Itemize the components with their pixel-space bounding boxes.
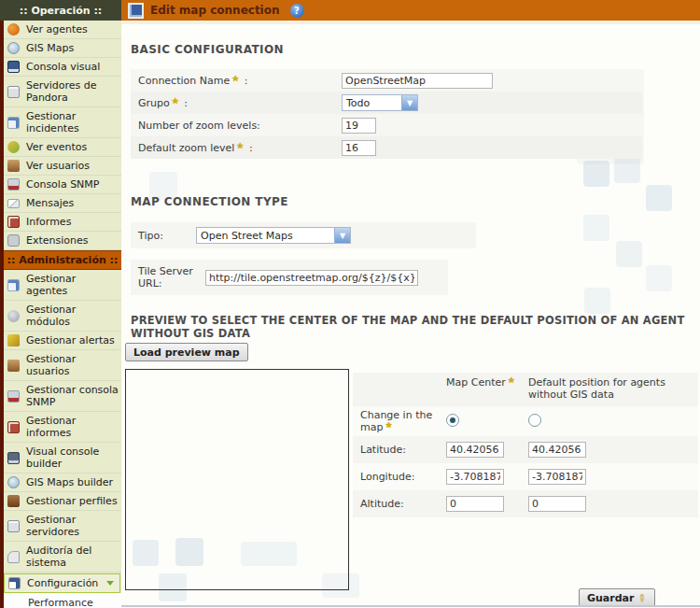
sidebar-subitem-performance[interactable]: Performance [4, 593, 121, 608]
sidebar-item-visual-console-builder[interactable]: Visual console builder [4, 443, 121, 474]
change-in-map-row: Change in the map [353, 406, 698, 436]
page-header-bar: Edit map connection [121, 0, 700, 21]
agents-icon [7, 23, 20, 35]
sidebar-item-servidores-pandora[interactable]: Servidores de Pandora [4, 77, 121, 107]
sidebar-item-gestionar-perfiles[interactable]: Gestionar perfiles [4, 492, 121, 511]
watermark-square [616, 241, 642, 267]
gis-builder-icon [7, 476, 20, 488]
sidebar: Ver agentes GIS Maps Consola visual Serv… [0, 21, 121, 608]
top-bar: :: Operación :: Edit map connection [0, 0, 700, 21]
manage-agents-icon [7, 279, 20, 291]
sidebar-item-gis-maps[interactable]: GIS Maps [4, 39, 121, 58]
manage-users-icon [7, 360, 20, 372]
required-star-icon [508, 375, 515, 385]
map-connection-type-title: MAP CONNECTION TYPE [131, 195, 288, 208]
operation-section-header: :: Operación :: [0, 0, 121, 21]
connection-name-row: Connection Name : [131, 69, 642, 92]
snmp-console-icon [7, 178, 20, 191]
tile-server-label: Tile Server URL: [138, 265, 198, 290]
sidebar-item-gestionar-agentes[interactable]: Gestionar agentes [4, 270, 121, 301]
pandora-servers-icon [7, 86, 20, 98]
altitude-default-input[interactable] [528, 496, 586, 512]
sidebar-item-gestionar-incidentes[interactable]: Gestionar incidentes [4, 107, 121, 138]
tipo-select[interactable]: Open Street Maps [196, 227, 351, 244]
sidebar-item-mensajes[interactable]: Mensajes [4, 194, 121, 213]
sidebar-item-consola-snmp[interactable]: Consola SNMP [4, 176, 121, 194]
default-position-header: Default position for agents without GIS … [528, 376, 698, 401]
sidebar-item-informes[interactable]: Informes [4, 213, 121, 232]
default-zoom-row: Default zoom level : [131, 136, 642, 159]
sidebar-item-auditoria[interactable]: Auditoría del sistema [4, 542, 121, 573]
map-preview-area[interactable] [125, 369, 349, 590]
manage-alerts-icon [7, 334, 20, 346]
sidebar-item-gestionar-modulos[interactable]: Gestionar módulos [4, 301, 121, 332]
altitude-row: Altitude: [353, 490, 698, 517]
required-star-icon [236, 141, 244, 150]
sidebar-item-gestionar-alertas[interactable]: Gestionar alertas [4, 332, 121, 350]
administration-section-header: :: Administración :: [4, 250, 121, 270]
default-zoom-input[interactable] [342, 140, 376, 156]
sidebar-item-configuracion[interactable]: Configuración [4, 573, 120, 593]
watermark-square [646, 265, 672, 291]
longitude-center-input[interactable] [446, 469, 504, 485]
watermark-square [614, 157, 640, 183]
visual-console-icon [7, 61, 20, 73]
audit-icon [7, 551, 20, 563]
map-center-radio[interactable] [446, 414, 459, 427]
sidebar-item-ver-agentes[interactable]: Ver agentes [4, 21, 121, 39]
grupo-label: Grupo : [138, 97, 342, 109]
required-star-icon [385, 420, 392, 430]
page-bottom-divider [121, 605, 700, 607]
connection-name-input[interactable] [342, 73, 493, 89]
sidebar-item-gestionar-informes[interactable]: Gestionar informes [4, 412, 121, 443]
longitude-default-input[interactable] [528, 469, 586, 485]
wand-icon [637, 593, 649, 601]
change-in-map-label: Change in the map [360, 409, 446, 434]
watermark-square [583, 161, 609, 187]
save-button[interactable]: Guardar [579, 588, 655, 607]
manage-reports-icon [7, 421, 20, 433]
altitude-label: Altitude: [360, 498, 446, 510]
coordinates-header-row: Map Center Default position for agents w… [353, 373, 698, 406]
manage-snmp-icon [7, 390, 20, 403]
help-icon[interactable] [290, 4, 304, 18]
basic-configuration-title: BASIC CONFIGURATION [131, 43, 284, 56]
tile-server-row: Tile Server URL: [131, 260, 448, 295]
altitude-center-input[interactable] [446, 496, 504, 512]
load-preview-map-button[interactable]: Load preview map [125, 343, 248, 361]
watermark-square [646, 185, 672, 211]
users-icon [7, 160, 20, 172]
tile-server-input[interactable] [205, 270, 418, 286]
latitude-row: Latitude: [353, 436, 698, 463]
reports-icon [7, 216, 20, 228]
grupo-select[interactable]: Todo [342, 94, 418, 111]
watermark-square [583, 215, 609, 241]
coordinates-table: Map Center Default position for agents w… [353, 373, 698, 517]
tipo-row: Tipo: Open Street Maps [131, 222, 476, 248]
latitude-default-input[interactable] [528, 442, 586, 458]
watermark-square [584, 288, 610, 314]
sidebar-item-gestionar-consola-snmp[interactable]: Gestionar consola SNMP [4, 381, 121, 412]
sidebar-item-extensiones[interactable]: Extensiones [4, 232, 121, 250]
connection-name-label: Connection Name : [138, 75, 342, 87]
manage-profiles-icon [7, 495, 20, 507]
sidebar-item-gestionar-usuarios[interactable]: Gestionar usuarios [4, 350, 121, 381]
events-icon [7, 141, 20, 153]
zoom-levels-input[interactable] [342, 118, 376, 134]
map-connection-icon [128, 3, 144, 19]
select-arrow-icon [334, 228, 350, 243]
sidebar-item-ver-usuarios[interactable]: Ver usuarios [4, 157, 121, 176]
default-position-radio[interactable] [528, 414, 541, 427]
sidebar-item-ver-eventos[interactable]: Ver eventos [4, 138, 121, 157]
basic-configuration-form: Connection Name : Grupo : Todo Number of… [131, 69, 642, 159]
sidebar-item-consola-visual[interactable]: Consola visual [4, 58, 121, 77]
default-zoom-label: Default zoom level : [138, 142, 342, 154]
incidents-icon [7, 117, 20, 129]
chevron-down-icon [106, 581, 114, 586]
configuration-icon [8, 577, 21, 589]
sidebar-item-gis-maps-builder[interactable]: GIS Maps builder [4, 474, 121, 492]
zoom-levels-row: Number of zoom levels: [131, 114, 642, 136]
page-title: Edit map connection [150, 4, 280, 17]
sidebar-item-gestionar-servidores[interactable]: Gestionar servidores [4, 511, 121, 542]
latitude-center-input[interactable] [446, 442, 504, 458]
